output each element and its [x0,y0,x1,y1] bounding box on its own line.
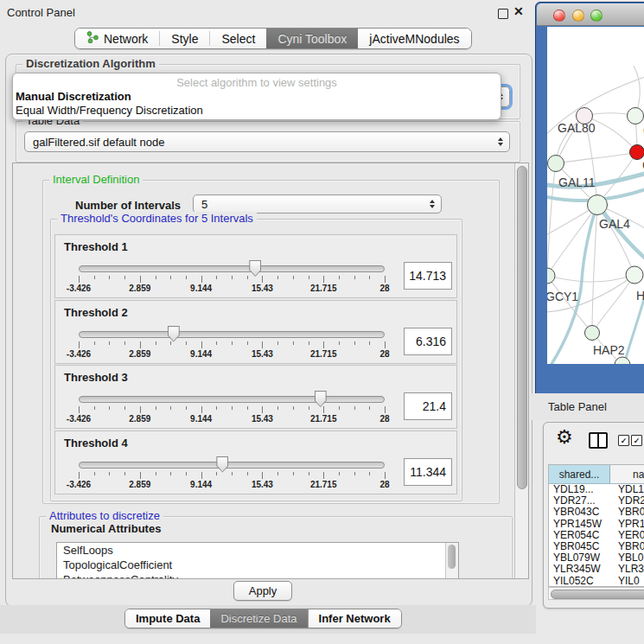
network-window-titlebar[interactable] [537,3,644,26]
network-view-window: GAL80GALCGAL11GAL4GCY1HHAP2 [535,2,644,395]
table-row[interactable]: YBR043CYBR0 [549,507,644,518]
network-node[interactable] [615,357,630,364]
threshold-value-field[interactable]: 11.344 [404,458,452,486]
cell-name[interactable]: YBR0 [609,541,644,552]
threshold-1-slider[interactable]: -3.4262.8599.14415.4321.71528 [79,261,385,296]
tab-discretize-data[interactable]: Discretize Data [210,609,307,628]
table-row[interactable]: YPR145WYPR1 [549,519,644,530]
network-edge[interactable] [547,275,634,282]
tab-impute-data[interactable]: Impute Data [125,609,210,628]
cell-shared-name[interactable]: YIL052C [549,576,609,587]
column-layout-icon[interactable] [589,432,608,449]
tab-infer-network[interactable]: Infer Network [309,609,401,628]
scrollbar-thumb[interactable] [448,545,456,569]
slider-tick-labels: -3.4262.8599.14415.4321.71528 [79,349,385,360]
threshold-value-field[interactable]: 21.4 [404,392,452,420]
network-edge[interactable] [547,205,597,276]
table-data-combo[interactable]: galFiltered.sif default node [24,131,510,152]
network-node[interactable] [630,145,644,160]
number-of-intervals-combo[interactable]: 5 [193,194,442,214]
cell-name[interactable]: YBL0 [609,552,644,564]
cell-shared-name[interactable]: YLR345W [549,564,609,575]
tab-jactivemnodules[interactable]: jActiveMNodules [358,29,470,48]
slider-handle[interactable] [168,326,180,342]
float-window-icon[interactable] [498,9,508,19]
tab-network[interactable]: Network [75,29,159,48]
zoom-traffic-light-icon[interactable] [590,10,603,22]
network-node[interactable] [585,326,600,341]
threshold-2-slider[interactable]: -3.4262.8599.14415.4321.71528 [79,327,385,361]
slider-handle[interactable] [249,260,261,277]
cell-shared-name[interactable]: YPR145W [549,519,609,530]
network-node[interactable] [547,268,555,284]
cell-name[interactable]: YDR2 [609,495,644,507]
cell-shared-name[interactable]: YDL19... [549,484,609,495]
slider-track[interactable] [79,462,385,469]
table-row[interactable]: YLR345WYLR3 [549,564,644,575]
network-node[interactable] [626,266,643,284]
close-traffic-light-icon[interactable] [553,10,565,22]
cell-shared-name[interactable]: YDR27... [549,495,609,507]
cell-name[interactable]: YER0 [609,530,644,541]
numerical-attributes-list[interactable]: SelfLoopsTopologicalCoefficientBetweenne… [56,542,459,579]
tab-select[interactable]: Select [210,29,266,48]
cell-shared-name[interactable]: YBL079W [549,552,609,564]
attribute-list-item[interactable]: BetweennessCentrality [57,572,458,579]
table-row[interactable]: YBR045CYBR0 [549,541,644,552]
threshold-4-slider[interactable]: -3.4262.8599.14415.4321.71528 [79,457,385,492]
cell-name[interactable]: YIL0 [609,576,644,587]
scrollbar-thumb[interactable] [551,590,644,599]
network-edge[interactable] [547,276,592,333]
tab-cyni-toolbox[interactable]: Cyni Toolbox [266,29,358,48]
network-edge[interactable] [547,163,556,276]
threshold-value-field[interactable]: 6.316 [404,328,452,355]
table-row[interactable]: YDL19...YDL1 [549,484,644,495]
slider-handle[interactable] [315,391,327,407]
slider-ticks [79,276,385,284]
network-canvas[interactable]: GAL80GALCGAL11GAL4GCY1HHAP2 [547,27,644,364]
cell-name[interactable]: YDL1 [609,484,644,495]
threshold-value-field[interactable]: 14.713 [404,262,452,290]
threshold-3-slider[interactable]: -3.4262.8599.14415.4321.71528 [79,392,385,426]
cell-name[interactable]: YLR3 [609,564,644,575]
network-edge[interactable] [592,275,634,333]
network-node[interactable] [548,156,564,172]
gear-icon[interactable]: ⚙ [556,428,573,447]
cell-name[interactable]: YBR0 [609,507,644,518]
network-edge[interactable] [556,152,637,163]
tab-style[interactable]: Style [160,29,209,48]
list-scrollbar[interactable] [445,543,458,579]
apply-button[interactable]: Apply [233,581,292,601]
slider-track[interactable] [79,265,385,272]
slider-track[interactable] [79,396,385,403]
dropdown-option-equal-width-frequency[interactable]: Equal Width/Frequency Discretization [16,104,203,117]
close-icon[interactable]: ✕ [513,4,524,18]
table-row[interactable]: YBL079WYBL0 [549,552,644,564]
attribute-list-item[interactable]: SelfLoops [57,543,458,558]
column-header-shared-name[interactable]: shared... [549,465,610,483]
slider-handle[interactable] [216,456,228,473]
table-row[interactable]: YIL052CYIL0 [549,576,644,587]
scrollbar-thumb[interactable] [517,166,527,489]
table-row[interactable]: YER054CYER0 [549,530,644,541]
checkbox-icon[interactable]: ✓ [631,435,642,446]
table-horizontal-scrollbar[interactable] [548,587,644,600]
slider-ticks [79,472,385,480]
column-header-name[interactable]: na [610,465,644,483]
slider-track[interactable] [79,331,385,338]
cell-shared-name[interactable]: YBR043C [549,507,609,518]
network-node[interactable] [628,108,644,124]
checkbox-icon[interactable]: ✓ [618,435,629,446]
cell-name[interactable]: YPR1 [609,519,644,530]
minimize-traffic-light-icon[interactable] [572,10,584,22]
network-node[interactable] [588,195,608,215]
attribute-list-item[interactable]: TopologicalCoefficient [57,558,458,572]
table-row[interactable]: YDR27...YDR2 [549,495,644,507]
node-table[interactable]: shared... na YDL19...YDL1YDR27...YDR2YBR… [548,464,644,587]
network-edge-thick[interactable] [597,205,644,263]
settings-scrollbar[interactable] [514,163,528,578]
table-header[interactable]: shared... na [549,465,644,484]
dropdown-option-manual-discretization[interactable]: Manual Discretization [16,90,131,103]
cell-shared-name[interactable]: YER054C [549,530,609,541]
cell-shared-name[interactable]: YBR045C [549,541,609,552]
